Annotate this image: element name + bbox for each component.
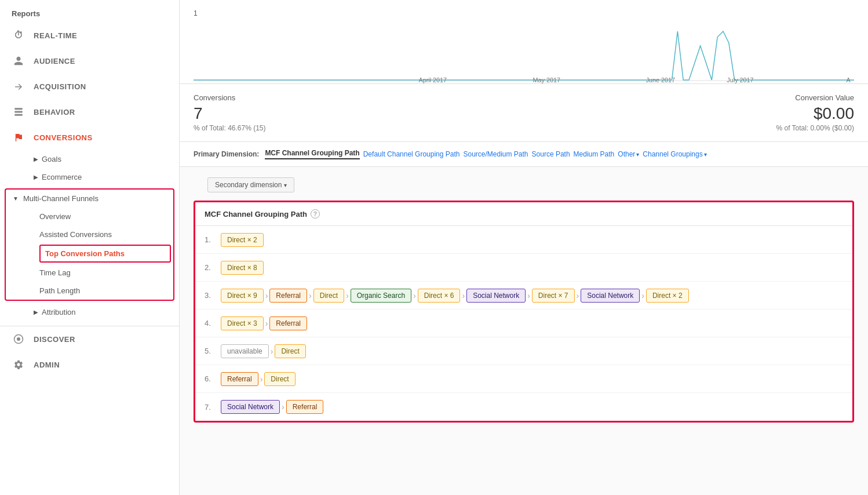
mcf-title[interactable]: ▼ Multi-Channel Funnels: [6, 190, 173, 208]
mcf-table: MCF Channel Grouping Path ? 1. Direct × …: [194, 201, 854, 423]
sidebar-sub-top-conversion[interactable]: Top Conversion Paths: [41, 246, 170, 261]
row-num-5: 5.: [205, 347, 221, 355]
tag-social-network-3[interactable]: Social Network: [221, 400, 280, 414]
row-num-1: 1.: [205, 235, 221, 244]
sidebar-sub-overview[interactable]: Overview: [39, 208, 173, 225]
sidebar-item-audience[interactable]: AUDIENCE: [0, 48, 179, 74]
arrow-icon-5: ›: [462, 291, 465, 300]
path-items-7: Social Network › Referral: [221, 400, 323, 414]
audience-icon: [12, 54, 25, 68]
sidebar-label-admin: ADMIN: [34, 361, 60, 369]
dim-source-medium[interactable]: Source/Medium Path: [463, 150, 528, 158]
dim-medium-path[interactable]: Medium Path: [574, 150, 615, 158]
tag-referral-2[interactable]: Referral: [269, 316, 307, 330]
svg-rect-2: [14, 114, 23, 116]
tag-social-1[interactable]: Social Network: [466, 289, 526, 303]
attribution-expand[interactable]: ▶ Attribution: [0, 303, 179, 321]
dim-source-path[interactable]: Source Path: [532, 150, 570, 158]
sidebar-label-behavior: BEHAVIOR: [34, 108, 75, 117]
admin-icon: [12, 358, 25, 372]
row-num-3: 3.: [205, 291, 221, 300]
table-row: 3. Direct × 9 › Referral › Direct › Orga…: [195, 282, 852, 310]
sidebar-item-real-time[interactable]: ⏱ REAL-TIME: [0, 23, 179, 48]
goals-arrow-icon: ▶: [34, 156, 38, 162]
sidebar-item-acquisition[interactable]: ACQUISITION: [0, 74, 179, 99]
sidebar-label-discover: DISCOVER: [34, 335, 75, 344]
conversions-label: Conversions: [194, 93, 266, 102]
main-content: 1 April 2017 May 2017 June 2017 July 201…: [180, 0, 868, 495]
svg-text:April 2017: April 2017: [418, 77, 447, 83]
attribution-arrow-icon: ▶: [34, 309, 38, 315]
sidebar-sub-assisted[interactable]: Assisted Conversions: [39, 225, 173, 243]
tag-direct-x8[interactable]: Direct × 8: [221, 261, 264, 275]
goals-expand[interactable]: ▶ Goals: [0, 150, 179, 168]
sidebar-item-admin[interactable]: ADMIN: [0, 352, 179, 377]
tag-direct-x6[interactable]: Direct × 6: [418, 289, 461, 303]
chart-area: 1 April 2017 May 2017 June 2017 July 201…: [180, 0, 868, 84]
tag-organic-search[interactable]: Organic Search: [351, 289, 411, 303]
discover-icon: [12, 332, 25, 346]
tag-direct-x2-row3[interactable]: Direct × 2: [646, 289, 689, 303]
sidebar-sub-path-length[interactable]: Path Length: [39, 282, 173, 300]
sidebar-item-behavior[interactable]: BEHAVIOR: [0, 99, 179, 125]
channel-groupings-chevron-icon: ▾: [704, 151, 707, 158]
chart-y-label: 1: [194, 9, 854, 17]
conversion-value-stat: Conversion Value $0.00 % of Total: 0.00%…: [776, 93, 854, 132]
dim-other[interactable]: Other ▾: [618, 150, 639, 158]
sidebar-label-acquisition: ACQUISITION: [34, 82, 86, 91]
svg-text:June 2017: June 2017: [646, 77, 675, 83]
attribution-label: Attribution: [42, 308, 76, 316]
arrow-icon-11: ›: [260, 374, 263, 384]
sidebar-item-discover[interactable]: DISCOVER: [0, 326, 179, 352]
tag-referral-4[interactable]: Referral: [286, 400, 324, 414]
svg-text:July 2017: July 2017: [727, 77, 753, 83]
table-row: 1. Direct × 2: [195, 226, 852, 254]
goals-label: Goals: [42, 155, 61, 163]
dim-default-channel[interactable]: Default Channel Grouping Path: [363, 150, 460, 158]
tag-direct-1[interactable]: Direct: [313, 289, 344, 303]
tag-direct-x2-row1[interactable]: Direct × 2: [221, 233, 264, 247]
ecommerce-arrow-icon: ▶: [34, 174, 38, 180]
arrow-icon-4: ›: [413, 291, 416, 300]
conversions-stat: Conversions 7 % of Total: 46.67% (15): [194, 93, 266, 132]
tag-direct-x7[interactable]: Direct × 7: [532, 289, 575, 303]
secondary-dimension-button[interactable]: Secondary dimension ▾: [207, 177, 294, 192]
mcf-label: Multi-Channel Funnels: [23, 194, 99, 203]
tag-referral-3[interactable]: Referral: [221, 372, 258, 386]
tag-direct-x9[interactable]: Direct × 9: [221, 289, 264, 303]
other-chevron-icon: ▾: [636, 151, 639, 158]
path-items-1: Direct × 2: [221, 233, 264, 247]
tag-unavailable[interactable]: unavailable: [221, 344, 269, 358]
ecommerce-expand[interactable]: ▶ Ecommerce: [0, 168, 179, 186]
path-items-4: Direct × 3 › Referral: [221, 316, 307, 330]
row-num-4: 4.: [205, 319, 221, 327]
sidebar-sub-time-lag[interactable]: Time Lag: [39, 264, 173, 282]
arrow-icon-3: ›: [346, 291, 349, 300]
conversion-value-label: Conversion Value: [776, 93, 854, 102]
tag-direct-2[interactable]: Direct: [275, 344, 305, 358]
row-num-6: 6.: [205, 374, 221, 383]
table-row: 6. Referral › Direct: [195, 365, 852, 393]
dim-channel-groupings[interactable]: Channel Groupings ▾: [643, 150, 706, 158]
tag-referral-1[interactable]: Referral: [269, 289, 307, 303]
secondary-dim-container: Secondary dimension ▾: [180, 167, 868, 201]
svg-rect-1: [14, 111, 23, 113]
table-row: 2. Direct × 8: [195, 254, 852, 282]
stats-row: Conversions 7 % of Total: 46.67% (15) Co…: [180, 84, 868, 142]
chart-svg: April 2017 May 2017 June 2017 July 2017 …: [194, 20, 854, 83]
arrow-icon-7: ›: [577, 291, 579, 300]
tag-direct-3[interactable]: Direct: [264, 372, 295, 386]
tag-direct-x3[interactable]: Direct × 3: [221, 316, 264, 330]
conversion-value-sub: % of Total: 0.00% ($0.00): [776, 124, 854, 132]
table-help-icon[interactable]: ?: [311, 209, 320, 219]
table-title: MCF Channel Grouping Path: [205, 210, 307, 219]
tag-social-2[interactable]: Social Network: [581, 289, 640, 303]
conversions-value: 7: [194, 104, 266, 123]
row-num-7: 7.: [205, 403, 221, 412]
path-items-5: unavailable › Direct: [221, 344, 306, 358]
svg-rect-0: [14, 108, 23, 110]
dim-mcf-path[interactable]: MCF Channel Grouping Path: [265, 149, 359, 159]
secondary-dim-label: Secondary dimension: [215, 181, 282, 189]
sidebar-label-audience: AUDIENCE: [34, 57, 75, 65]
sidebar-item-conversions[interactable]: CONVERSIONS: [0, 125, 179, 150]
